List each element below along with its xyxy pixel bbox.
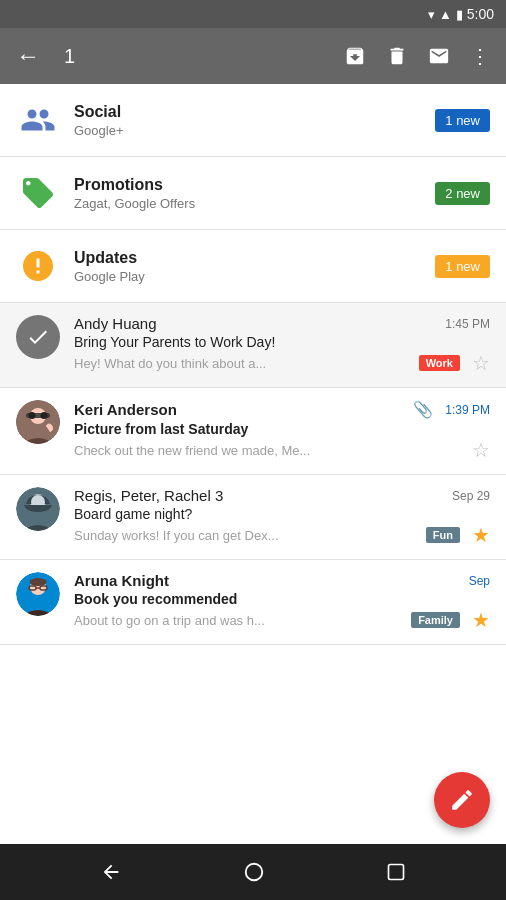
- email-sender-keri: Keri Anderson: [74, 401, 177, 418]
- category-row-promotions[interactable]: Promotions Zagat, Google Offers 2 new: [0, 157, 506, 230]
- star-regis[interactable]: ★: [472, 523, 490, 547]
- email-preview-aruna: About to go on a trip and was h...: [74, 613, 405, 628]
- attachment-icon-keri: 📎: [413, 400, 433, 419]
- email-top-aruna: Aruna Knight Sep: [74, 572, 490, 589]
- signal-icon: ▲: [439, 7, 452, 22]
- promotions-icon: [16, 171, 60, 215]
- email-preview-row-keri: Check out the new friend we made, Me... …: [74, 438, 490, 462]
- email-preview-row-regis: Sunday works! If you can get Dex... Fun …: [74, 523, 490, 547]
- back-button[interactable]: ←: [8, 34, 48, 78]
- promotions-name: Promotions: [74, 176, 435, 194]
- email-content-regis: Regis, Peter, Rachel 3 Sep 29 Board game…: [74, 487, 490, 547]
- email-section: Andy Huang 1:45 PM Bring Your Parents to…: [0, 303, 506, 645]
- email-subject-keri: Picture from last Saturday: [74, 421, 490, 437]
- selected-count: 1: [64, 45, 320, 68]
- updates-sub: Google Play: [74, 269, 435, 284]
- updates-icon: [16, 244, 60, 288]
- compose-fab[interactable]: [434, 772, 490, 828]
- social-name: Social: [74, 103, 435, 121]
- email-preview-regis: Sunday works! If you can get Dex...: [74, 528, 420, 543]
- promotions-text: Promotions Zagat, Google Offers: [74, 176, 435, 211]
- email-content-keri: Keri Anderson 📎 1:39 PM Picture from las…: [74, 400, 490, 462]
- svg-rect-14: [388, 865, 403, 880]
- email-tag-fun: Fun: [426, 527, 460, 543]
- email-content-aruna: Aruna Knight Sep Book you recommended Ab…: [74, 572, 490, 632]
- category-row-social[interactable]: Social Google+ 1 new: [0, 84, 506, 157]
- email-content-andy: Andy Huang 1:45 PM Bring Your Parents to…: [74, 315, 490, 375]
- email-row-andy[interactable]: Andy Huang 1:45 PM Bring Your Parents to…: [0, 303, 506, 388]
- email-preview-row-andy: Hey! What do you think about a... Work ☆: [74, 351, 490, 375]
- updates-text: Updates Google Play: [74, 249, 435, 284]
- social-text: Social Google+: [74, 103, 435, 138]
- email-sender-andy: Andy Huang: [74, 315, 157, 332]
- archive-button[interactable]: [336, 37, 374, 75]
- avatar-keri[interactable]: [16, 400, 60, 444]
- nav-home-button[interactable]: [235, 853, 273, 891]
- email-tag-work: Work: [419, 355, 460, 371]
- svg-point-3: [29, 412, 36, 419]
- more-button[interactable]: ⋮: [462, 36, 498, 76]
- social-sub: Google+: [74, 123, 435, 138]
- status-icons: ▾ ▲ ▮ 5:00: [428, 6, 494, 22]
- svg-point-4: [41, 412, 48, 419]
- svg-point-13: [246, 864, 263, 881]
- delete-button[interactable]: [378, 37, 416, 75]
- wifi-icon: ▾: [428, 7, 435, 22]
- email-top-regis: Regis, Peter, Rachel 3 Sep 29: [74, 487, 490, 504]
- avatar-andy[interactable]: [16, 315, 60, 359]
- email-row-regis[interactable]: Regis, Peter, Rachel 3 Sep 29 Board game…: [0, 475, 506, 560]
- star-aruna[interactable]: ★: [472, 608, 490, 632]
- promotions-sub: Zagat, Google Offers: [74, 196, 435, 211]
- status-time: 5:00: [467, 6, 494, 22]
- action-bar: ← 1 ⋮: [0, 28, 506, 84]
- email-time-regis: Sep 29: [452, 489, 490, 503]
- star-keri[interactable]: ☆: [472, 438, 490, 462]
- promotions-badge: 2 new: [435, 182, 490, 205]
- battery-icon: ▮: [456, 7, 463, 22]
- avatar-regis[interactable]: [16, 487, 60, 531]
- email-preview-row-aruna: About to go on a trip and was h... Famil…: [74, 608, 490, 632]
- category-section: Social Google+ 1 new Promotions Zagat, G…: [0, 84, 506, 303]
- mark-mail-button[interactable]: [420, 37, 458, 75]
- email-subject-regis: Board game night?: [74, 506, 490, 522]
- email-row-keri[interactable]: Keri Anderson 📎 1:39 PM Picture from las…: [0, 388, 506, 475]
- email-subject-andy: Bring Your Parents to Work Day!: [74, 334, 490, 350]
- action-bar-right: ⋮: [336, 36, 498, 76]
- bottom-nav: [0, 844, 506, 900]
- nav-recent-button[interactable]: [378, 854, 414, 890]
- email-preview-keri: Check out the new friend we made, Me...: [74, 443, 460, 458]
- email-time-andy: 1:45 PM: [445, 317, 490, 331]
- email-top-keri: Keri Anderson 📎 1:39 PM: [74, 400, 490, 419]
- email-subject-aruna: Book you recommended: [74, 591, 490, 607]
- status-bar: ▾ ▲ ▮ 5:00: [0, 0, 506, 28]
- category-row-updates[interactable]: Updates Google Play 1 new: [0, 230, 506, 303]
- avatar-aruna[interactable]: [16, 572, 60, 616]
- email-row-aruna[interactable]: Aruna Knight Sep Book you recommended Ab…: [0, 560, 506, 645]
- social-icon: [16, 98, 60, 142]
- social-badge: 1 new: [435, 109, 490, 132]
- email-preview-andy: Hey! What do you think about a...: [74, 356, 413, 371]
- star-andy[interactable]: ☆: [472, 351, 490, 375]
- updates-badge: 1 new: [435, 255, 490, 278]
- email-sender-regis: Regis, Peter, Rachel 3: [74, 487, 223, 504]
- email-sender-aruna: Aruna Knight: [74, 572, 169, 589]
- email-top-andy: Andy Huang 1:45 PM: [74, 315, 490, 332]
- email-tag-family: Family: [411, 612, 460, 628]
- nav-back-button[interactable]: [92, 853, 130, 891]
- email-time-aruna: Sep: [469, 574, 490, 588]
- updates-name: Updates: [74, 249, 435, 267]
- email-time-keri: 1:39 PM: [445, 403, 490, 417]
